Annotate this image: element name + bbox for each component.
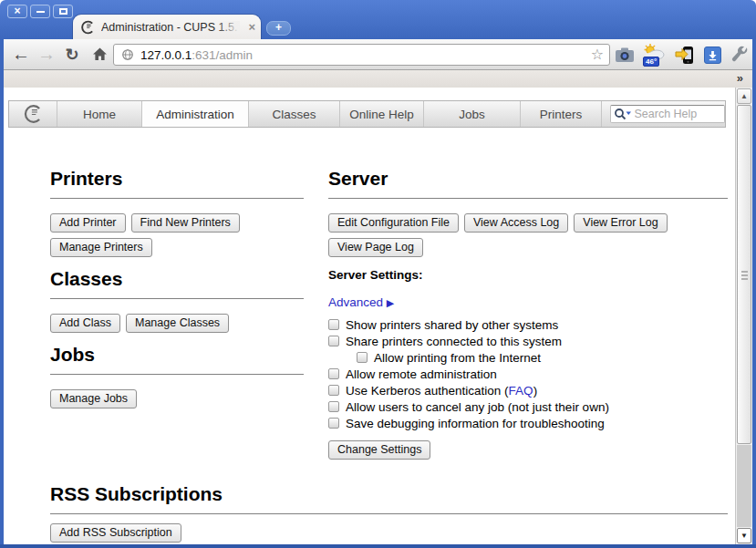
- url-text: 127.0.0.1:631/admin: [140, 48, 253, 62]
- server-heading: Server: [328, 168, 728, 190]
- checkbox-row-show-shared-printers: Show printers shared by other systems: [328, 316, 728, 333]
- phone-extension-button[interactable]: [673, 43, 697, 67]
- window-frame-bottom: [0, 544, 756, 548]
- nav-tab-administration[interactable]: Administration: [142, 101, 249, 127]
- scrollbar-grip-icon: [741, 274, 748, 276]
- rss-subscriptions-heading: RSS Subscriptions: [50, 483, 728, 505]
- remote-administration-checkbox[interactable]: [328, 368, 339, 379]
- scrollbar-down-button[interactable]: ▼: [737, 528, 751, 543]
- jobs-heading: Jobs: [50, 344, 304, 366]
- view-error-log-button[interactable]: View Error Log: [574, 213, 667, 233]
- classes-heading: Classes: [50, 268, 304, 290]
- settings-menu-button[interactable]: [728, 43, 751, 67]
- checkbox-label: Use Kerberos authentication (FAQ): [346, 384, 537, 398]
- checkbox-row-internet-printing: Allow printing from the Internet: [328, 349, 728, 366]
- back-arrow-icon: ←: [12, 44, 30, 65]
- camera-extension-button[interactable]: [613, 43, 637, 67]
- wrench-icon: [730, 45, 750, 65]
- bookmark-star-icon[interactable]: ☆: [591, 47, 604, 62]
- advanced-arrow-icon: ▶: [387, 297, 394, 308]
- tab-close-icon[interactable]: ×: [248, 21, 255, 33]
- divider: [50, 198, 304, 199]
- view-access-log-button[interactable]: View Access Log: [464, 213, 568, 233]
- cups-favicon-icon: [80, 20, 95, 35]
- checkbox-label: Allow users to cancel any job (not just …: [346, 400, 609, 414]
- back-button[interactable]: ←: [9, 42, 33, 67]
- checkbox-label: Save debugging information for troublesh…: [346, 417, 605, 430]
- close-icon: ×: [14, 6, 20, 16]
- window-titlebar: × Administration - CUPS 1.5. × +: [0, 0, 756, 39]
- add-rss-subscription-button[interactable]: Add RSS Subscription: [50, 523, 181, 543]
- manage-printers-button[interactable]: Manage Printers: [50, 238, 152, 257]
- window-frame-left: [0, 39, 4, 548]
- add-class-button[interactable]: Add Class: [50, 314, 120, 333]
- url-host: 127.0.0.1: [140, 48, 192, 62]
- maximize-icon: [59, 8, 67, 15]
- checkbox-row-share-printers: Share printers connected to this system: [328, 333, 728, 349]
- internet-printing-checkbox[interactable]: [357, 352, 368, 363]
- find-new-printers-button[interactable]: Find New Printers: [131, 213, 240, 233]
- kerberos-authentication-checkbox[interactable]: [328, 385, 339, 396]
- nav-tab-printers[interactable]: Printers: [521, 101, 602, 127]
- checkbox-row-cancel-any-job: Allow users to cancel any job (not just …: [328, 398, 728, 415]
- divider: [50, 513, 728, 514]
- browser-toolbar: ← → ↻ 127.0.0.1:631/admin ☆: [4, 39, 752, 70]
- page-scrollbar[interactable]: ▲ ▼: [735, 88, 752, 544]
- checkbox-label: Allow remote administration: [346, 367, 497, 381]
- manage-jobs-button[interactable]: Manage Jobs: [50, 389, 137, 408]
- add-printer-button[interactable]: Add Printer: [50, 213, 126, 233]
- bookmarks-bar: »: [4, 70, 752, 88]
- reload-button[interactable]: ↻: [60, 42, 84, 67]
- window-close-button[interactable]: ×: [7, 5, 27, 18]
- download-icon: [704, 47, 721, 64]
- checkbox-row-remote-administration: Allow remote administration: [328, 366, 728, 382]
- checkbox-label: Show printers shared by other systems: [346, 318, 558, 332]
- divider: [328, 198, 728, 199]
- nav-tab-classes[interactable]: Classes: [249, 101, 340, 127]
- camera-icon: [614, 44, 636, 66]
- home-button[interactable]: [88, 42, 111, 67]
- window-minimize-button[interactable]: [30, 5, 50, 18]
- globe-icon: [121, 48, 134, 61]
- search-icon[interactable]: [614, 108, 632, 120]
- share-printers-checkbox[interactable]: [328, 336, 339, 346]
- phone-arrow-icon: [674, 44, 696, 66]
- nav-tab-online-help[interactable]: Online Help: [340, 101, 424, 127]
- scroll-up-icon: ▲: [740, 92, 748, 100]
- scroll-down-icon: ▼: [740, 532, 748, 540]
- minimize-icon: [36, 11, 45, 13]
- scrollbar-thumb[interactable]: [737, 105, 751, 444]
- weather-temp-badge: 46°: [643, 57, 659, 67]
- debug-logging-checkbox[interactable]: [328, 418, 339, 429]
- forward-button[interactable]: →: [35, 42, 58, 67]
- new-tab-button[interactable]: +: [266, 21, 291, 36]
- divider: [50, 374, 304, 375]
- cups-logo-tab[interactable]: [9, 101, 57, 127]
- download-extension-button[interactable]: [700, 43, 724, 67]
- weather-extension-button[interactable]: 46°: [642, 43, 666, 67]
- advanced-link[interactable]: Advanced ▶: [328, 295, 728, 309]
- nav-tab-jobs[interactable]: Jobs: [424, 101, 521, 127]
- browser-tab[interactable]: Administration - CUPS 1.5. ×: [73, 15, 261, 39]
- url-path: :631/admin: [192, 48, 253, 62]
- cups-admin-page: Home Administration Classes Online Help …: [4, 88, 752, 544]
- address-bar[interactable]: 127.0.0.1:631/admin ☆: [113, 44, 610, 66]
- server-settings-checkbox-list: Show printers shared by other systems Sh…: [328, 316, 728, 431]
- cancel-any-job-checkbox[interactable]: [328, 401, 339, 412]
- tab-title: Administration - CUPS 1.5.: [101, 21, 240, 34]
- scrollbar-track[interactable]: [737, 445, 751, 527]
- checkbox-label: Share printers connected to this system: [346, 335, 562, 348]
- scrollbar-up-button[interactable]: ▲: [737, 88, 751, 104]
- manage-classes-button[interactable]: Manage Classes: [126, 314, 229, 333]
- faq-link[interactable]: FAQ: [509, 384, 533, 398]
- bookmarks-overflow-chevron[interactable]: »: [737, 71, 743, 85]
- cups-logo-icon: [23, 104, 43, 124]
- edit-configuration-file-button[interactable]: Edit Configuration File: [328, 213, 459, 233]
- nav-tab-home[interactable]: Home: [57, 101, 142, 127]
- view-page-log-button[interactable]: View Page Log: [328, 238, 423, 257]
- window-maximize-button[interactable]: [53, 5, 73, 18]
- cups-navbar: Home Administration Classes Online Help …: [8, 100, 726, 128]
- change-settings-button[interactable]: Change Settings: [328, 440, 430, 460]
- show-shared-printers-checkbox[interactable]: [328, 319, 339, 330]
- window-frame-right: [752, 39, 756, 548]
